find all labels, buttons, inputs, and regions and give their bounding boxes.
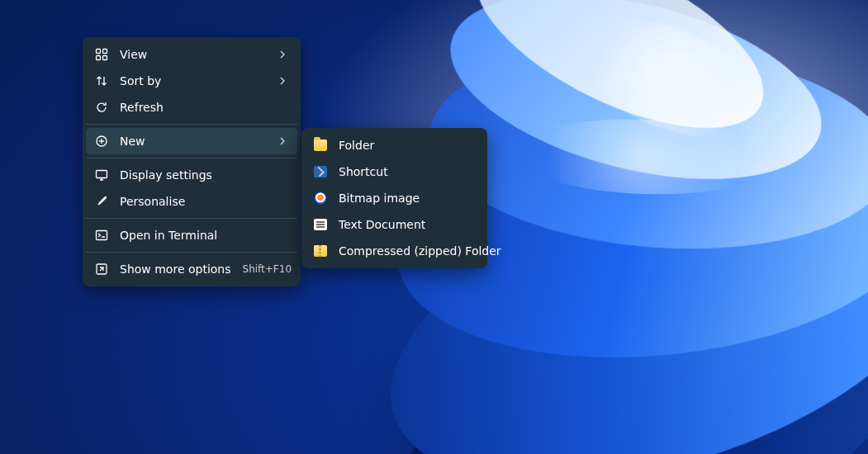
svg-rect-3 xyxy=(103,56,107,60)
svg-rect-5 xyxy=(97,171,107,178)
brush-icon xyxy=(95,195,108,208)
refresh-icon xyxy=(95,101,108,114)
shortcut-icon xyxy=(314,165,327,178)
submenu-item-label: Bitmap image xyxy=(339,192,476,205)
new-icon xyxy=(95,135,108,148)
zip-folder-icon xyxy=(314,244,327,258)
view-icon xyxy=(95,48,108,61)
menu-item-display-settings[interactable]: Display settings xyxy=(83,162,301,188)
svg-rect-0 xyxy=(97,50,101,54)
svg-rect-2 xyxy=(97,56,101,60)
desktop-context-menu: View Sort by Refresh New xyxy=(83,37,301,286)
menu-item-sort-by[interactable]: Sort by xyxy=(83,68,301,94)
chevron-right-icon xyxy=(276,48,289,61)
new-submenu: Folder Shortcut Bitmap image Text Docume… xyxy=(301,128,487,268)
menu-item-label: Refresh xyxy=(120,101,289,114)
submenu-item-label: Folder xyxy=(339,139,476,152)
menu-separator xyxy=(86,218,297,219)
menu-item-show-more-options[interactable]: Show more options Shift+F10 xyxy=(83,256,301,282)
submenu-item-bitmap[interactable]: Bitmap image xyxy=(301,185,487,211)
submenu-item-text-document[interactable]: Text Document xyxy=(301,211,487,238)
chevron-right-icon xyxy=(276,135,289,148)
menu-item-shortcut: Shift+F10 xyxy=(243,263,292,275)
menu-item-label: New xyxy=(120,135,264,148)
svg-rect-1 xyxy=(103,50,107,54)
menu-item-open-terminal[interactable]: Open in Terminal xyxy=(83,222,301,248)
folder-icon xyxy=(314,139,327,152)
submenu-item-label: Shortcut xyxy=(339,165,476,178)
terminal-icon xyxy=(95,229,108,242)
menu-item-new[interactable]: New xyxy=(86,128,297,154)
menu-separator xyxy=(86,124,297,125)
svg-rect-6 xyxy=(97,231,107,240)
menu-separator xyxy=(86,252,297,253)
submenu-item-shortcut[interactable]: Shortcut xyxy=(301,158,487,185)
menu-item-label: Sort by xyxy=(120,74,264,87)
submenu-item-compressed-folder[interactable]: Compressed (zipped) Folder xyxy=(301,238,487,264)
submenu-item-label: Compressed (zipped) Folder xyxy=(339,244,501,258)
expand-icon xyxy=(95,262,108,276)
menu-item-label: Display settings xyxy=(120,168,289,182)
bitmap-icon xyxy=(314,192,327,205)
menu-item-refresh[interactable]: Refresh xyxy=(83,94,301,121)
submenu-item-label: Text Document xyxy=(339,218,476,231)
menu-item-label: Personalise xyxy=(120,195,289,208)
submenu-item-folder[interactable]: Folder xyxy=(301,132,487,158)
menu-item-label: Open in Terminal xyxy=(120,229,289,242)
menu-separator xyxy=(86,158,297,158)
sort-icon xyxy=(95,74,108,87)
chevron-right-icon xyxy=(276,74,289,87)
menu-item-personalise[interactable]: Personalise xyxy=(83,188,301,215)
menu-item-view[interactable]: View xyxy=(83,41,301,68)
textdoc-icon xyxy=(314,218,327,231)
display-icon xyxy=(95,168,108,182)
menu-item-label: View xyxy=(120,48,264,61)
menu-item-label: Show more options xyxy=(120,262,231,276)
